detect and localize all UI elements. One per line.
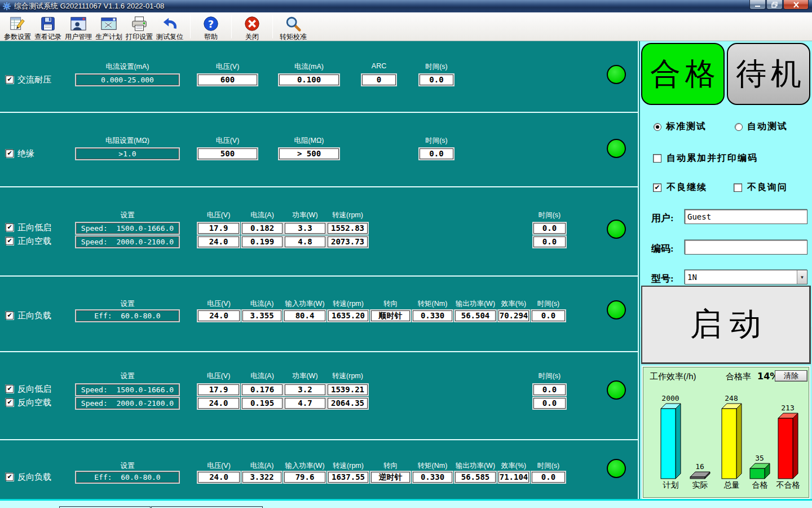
column-header: 时间(s): [403, 62, 470, 72]
undo-arrow-icon: [161, 15, 178, 32]
bar-category-label: 合格: [752, 480, 768, 489]
bar-value-label: 16: [695, 462, 704, 471]
toolbar-button-plan-window[interactable]: 生产计划: [94, 14, 124, 40]
value-box: 0.0: [418, 73, 454, 86]
value-box: 0: [361, 73, 397, 86]
checkbox-auto-print-code[interactable]: [653, 154, 661, 163]
setting-value-box: 0.000-25.000: [75, 73, 180, 86]
bar-side-face: [676, 404, 681, 479]
window-controls: [749, 0, 809, 10]
test-section-0: ✔交流耐压电流设置(mA)0.000-25.000电压(V)600电流(mA)0…: [0, 42, 638, 113]
row-checkbox[interactable]: ✔: [6, 312, 14, 319]
radio-standard-test[interactable]: [654, 123, 661, 131]
toolbar-button-help[interactable]: ?帮助: [196, 14, 226, 40]
start-button[interactable]: 启动: [641, 286, 811, 364]
model-combobox[interactable]: 1N ▼: [685, 270, 807, 284]
row-label: 正向低启: [17, 222, 51, 233]
row-checkbox[interactable]: ✔: [6, 150, 14, 157]
test-section-4: ✔反向低启✔反向空载设置Speed: 1500.0-1666.0Speed: 2…: [0, 353, 638, 440]
value-box: 1552.83: [326, 222, 369, 235]
setting-value-box: Speed: 1500.0-1666.0: [75, 222, 180, 235]
code-input[interactable]: [685, 240, 807, 255]
toolbar-button-undo-arrow[interactable]: 测试复位: [155, 14, 185, 40]
toolbar-button-label: 转矩校准: [280, 32, 307, 42]
value-box: 0.0: [531, 471, 566, 484]
row-checkbox[interactable]: ✔: [6, 398, 14, 406]
setting-value-box: Speed: 2000.0-2100.0: [75, 397, 180, 410]
status-indicator-lamp: [607, 220, 626, 239]
setting-header: 电流设置(mA): [82, 62, 173, 72]
setting-header: 设置: [82, 299, 173, 309]
value-box: 24.0: [197, 397, 240, 410]
value-box: 1539.21: [326, 383, 369, 396]
toolbar-separator: [272, 15, 273, 38]
floppy-icon: [39, 15, 56, 32]
bar-0: [661, 409, 676, 479]
bar-value-label: 35: [755, 454, 764, 462]
toolbar-button-label: 查看记录: [34, 32, 61, 42]
toolbar-button-user-window[interactable]: 用户管理: [63, 14, 94, 40]
toolbar-button-close-circle[interactable]: 关闭: [237, 14, 267, 40]
row-label: 交流耐压: [17, 75, 51, 85]
minimize-button[interactable]: [749, 0, 766, 10]
clear-button[interactable]: 清除: [775, 370, 807, 382]
value-box: 2064.35: [326, 397, 369, 410]
test-section-5: ✔反向负载设置Eff: 60.0-80.0电压(V)24.0电流(A)3.322…: [0, 441, 638, 499]
restore-button[interactable]: [766, 0, 783, 10]
radio-standard-test-label: 标准测试: [666, 121, 707, 133]
row-checkbox[interactable]: ✔: [6, 224, 14, 231]
user-input[interactable]: [685, 209, 807, 224]
titlebar: 综合测试系统 G202111067 V1.1.6 2022-01-08: [0, 0, 812, 12]
value-box: 17.9: [197, 222, 240, 235]
column-header: 时间(s): [515, 461, 582, 471]
value-box: 2073.73: [326, 235, 369, 248]
value-box: 4.8: [284, 235, 326, 248]
column-header: 电流(mA): [275, 62, 343, 72]
value-box: 24.0: [197, 235, 240, 248]
toolbar-button-form-settings[interactable]: 参数设置: [2, 14, 33, 40]
result-status-button[interactable]: 合格: [641, 43, 725, 105]
value-box: 0.330: [412, 309, 453, 322]
row-checkbox[interactable]: ✔: [6, 385, 14, 393]
value-box: 24.0: [197, 471, 241, 484]
chevron-down-icon[interactable]: ▼: [797, 270, 807, 284]
status-indicator-lamp: [607, 300, 626, 319]
close-button[interactable]: [783, 0, 809, 10]
setting-value-box: Speed: 2000.0-2100.0: [75, 235, 180, 248]
test-section-1: ✔绝缘电阻设置(MΩ)>1.0电压(V)500电阻(MΩ)> 500时间(s)0…: [0, 113, 638, 187]
checkbox-defect-continue[interactable]: ✔: [653, 183, 661, 192]
row-label: 反向负载: [17, 472, 51, 483]
setting-header: 设置: [82, 461, 173, 471]
status-indicator-lamp: [607, 139, 626, 158]
toolbar-button-magnifier[interactable]: 转矩校准: [278, 14, 308, 40]
column-header: 时间(s): [516, 371, 584, 381]
value-box: 80.4: [283, 309, 326, 322]
row-checkbox[interactable]: ✔: [6, 473, 14, 481]
row-checkbox[interactable]: ✔: [6, 76, 14, 84]
app-window: 综合测试系统 G202111067 V1.1.6 2022-01-08 参数设置…: [0, 0, 812, 508]
standby-status-button[interactable]: 待机: [727, 43, 810, 105]
column-header: 时间(s): [515, 299, 582, 309]
toolbar-button-floppy[interactable]: 查看记录: [33, 14, 63, 40]
column-header: 转速(rpm): [314, 211, 382, 220]
checkbox-defect-ask[interactable]: [734, 183, 742, 192]
toolbar-button-label: 测试复位: [156, 32, 183, 42]
value-box: 3.3: [284, 222, 326, 235]
value-box: 0.0: [532, 397, 567, 410]
value-box: 70.294: [497, 309, 530, 322]
toolbar-button-label: 用户管理: [65, 32, 92, 42]
bar-side-face: [736, 404, 742, 479]
value-box: 0.0: [532, 222, 567, 235]
status-indicator-lamp: [607, 380, 626, 400]
setting-value-box: Eff: 60.0-80.0: [75, 471, 180, 484]
bar-side-face: [793, 413, 798, 479]
radio-auto-test[interactable]: [735, 123, 743, 131]
toolbar-button-printer[interactable]: 打印设置: [124, 14, 155, 40]
form-settings-icon: [9, 15, 26, 32]
right-panel: 合格 待机 标准测试 自动测试 自动累加并打印编码 ✔ 不良继续 不良询问 用户…: [640, 41, 812, 499]
bar-value-label: 213: [781, 404, 794, 412]
efficiency-chart-panel: 工作效率(/h) 合格率 14% 清除 2000计划16实际248总量35合格2…: [642, 366, 810, 499]
row-checkbox[interactable]: ✔: [6, 237, 14, 245]
bar-category-label: 计划: [663, 480, 679, 489]
bar-category-label: 总量: [724, 480, 740, 489]
